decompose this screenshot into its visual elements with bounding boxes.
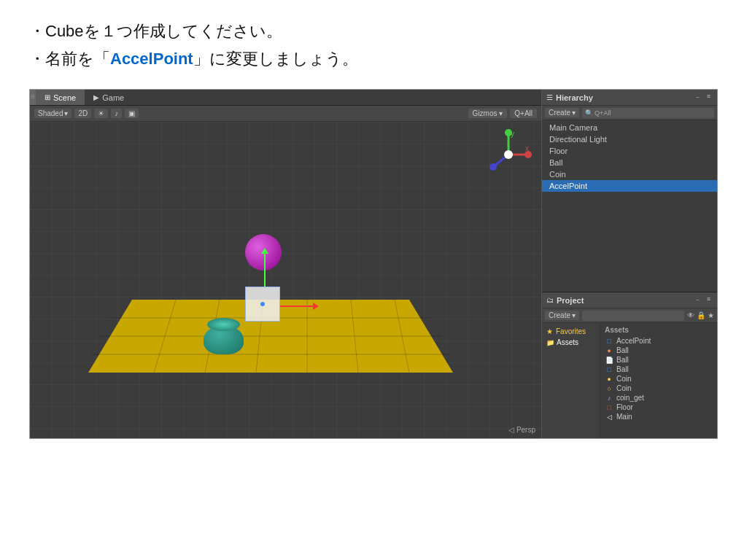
scene-toolbar: Shaded ▾ 2D ☀ ♪ ▣ Gizmos ▾ Q+All [30,106,541,122]
hierarchy-item-label: Floor [549,147,568,155]
assets-header: Assets [605,326,713,334]
hierarchy-item-coin[interactable]: Coin [542,168,717,180]
asset-main[interactable]: ◁ Main [605,412,713,421]
project-menu-button[interactable]: ≡ [705,295,713,306]
hierarchy-item-label: Ball [549,158,562,167]
game-tab-label: Game [102,93,124,102]
asset-coin-1[interactable]: ● Coin [605,374,713,384]
shaded-label: Shaded [38,109,63,117]
scene-panel: ⠿ ⊞ Scene ▶ Game Shaded ▾ 2D ☀ ♪ ▣ [30,90,542,438]
hierarchy-item-label: Main Camera [549,123,597,132]
audio-button[interactable]: ♪ [111,109,122,118]
scene-gizmo: y x [483,129,527,173]
coin-icon: ○ [605,385,614,392]
tab-scene[interactable]: ⊞ Scene [36,90,85,105]
hierarchy-create-label: Create [549,109,570,117]
svg-point-17 [489,163,497,171]
asset-name: Ball [616,346,629,354]
hierarchy-list: Main Camera Directional Light Floor Ball… [542,120,717,292]
project-panel: 🗂 Project － ≡ Create ▾ 👁 🔒 ★ [542,292,717,438]
hierarchy-title: Hierarchy [556,93,593,102]
white-cube [245,287,280,322]
asset-name: Main [616,413,632,421]
assets-folder-label: Assets [557,338,578,346]
hierarchy-create-button[interactable]: Create ▾ [545,108,579,117]
hierarchy-search-placeholder: Q+All [595,109,611,117]
asset-floor[interactable]: □ Floor [605,402,713,412]
asset-accelpoint[interactable]: □ AccelPoint [605,336,713,346]
asset-coin-2[interactable]: ○ Coin [605,384,713,393]
star-icon: ★ [546,327,553,335]
hierarchy-item-directional-light[interactable]: Directional Light [542,133,717,145]
project-icon: 🗂 [546,296,554,304]
hierarchy-item-ball[interactable]: Ball [542,157,717,168]
shaded-dropdown[interactable]: Shaded ▾ [34,109,71,118]
project-eye-icon[interactable]: 👁 [687,311,694,319]
project-sidebar-assets[interactable]: 📁 Assets [542,337,600,348]
project-star-icon[interactable]: ★ [708,311,714,319]
gizmos-button[interactable]: Gizmos ▾ [468,109,508,118]
yellow-platform-svg [88,256,453,402]
search-icon: 🔍 [585,109,593,117]
qall-button[interactable]: Q+All [510,109,537,118]
svg-text:y: y [511,130,514,138]
project-actions: － ≡ [692,295,713,306]
fx-button[interactable]: ▣ [125,109,139,118]
asset-name: Coin [616,375,632,383]
scene-icon: ◁ [605,413,614,421]
project-lock-icon[interactable]: 🔒 [697,311,705,319]
instruction-accent: AccelPoint [110,50,193,68]
asset-ball-3[interactable]: □ Ball [605,365,713,374]
hierarchy-menu-button[interactable]: ≡ [705,92,713,103]
hierarchy-item-main-camera[interactable]: Main Camera [542,122,717,133]
asset-ball-1[interactable]: ● Ball [605,346,713,355]
audio-icon: ♪ [605,394,614,402]
scene-tab-icon: ⊞ [44,93,50,101]
svg-text:x: x [525,144,529,152]
project-title: Project [557,296,584,305]
asset-name: AccelPoint [616,337,651,345]
blue-center-dot [260,302,265,306]
hierarchy-search[interactable]: 🔍 Q+All [582,108,714,118]
instruction-prefix: ・名前を「 [29,50,110,68]
instruction-suffix: 」に変更しましょう。 [193,50,358,68]
hierarchy-item-label: Directional Light [549,135,607,144]
hierarchy-icon: ☰ [546,93,553,101]
mode-label: 2D [78,109,88,117]
create-chevron-icon: ▾ [572,109,576,117]
coin-icon: ● [605,376,614,383]
floor-icon: □ [605,404,614,411]
instruction-line-2: ・名前を「AccelPoint」に変更しましょう。 [29,48,718,70]
project-header: 🗂 Project － ≡ [542,292,717,308]
cube-icon: □ [605,338,614,345]
project-create-button[interactable]: Create ▾ [545,311,579,320]
project-content: ★ Favorites 📁 Assets Assets □ AccelPoint [542,323,717,438]
green-arrow [261,248,268,287]
scene-viewport: y x Persp [30,122,541,438]
asset-name: Ball [616,365,629,373]
hierarchy-item-accelpoint[interactable]: AccelPoint [542,180,717,192]
asset-ball-2[interactable]: 📄 Ball [605,355,713,365]
hierarchy-minimize-button[interactable]: － [692,92,703,103]
asset-name: Ball [616,356,629,364]
lighting-button[interactable]: ☀ [94,109,108,118]
project-minimize-button[interactable]: － [692,295,703,306]
project-create-label: Create [549,311,570,319]
gizmos-label: Gizmos [473,109,498,117]
mode-2d-button[interactable]: 2D [74,109,91,118]
right-panels: ☰ Hierarchy － ≡ Create ▾ 🔍 Q+All [542,90,717,438]
chevron-down-icon: ▾ [64,109,68,117]
project-sidebar-favorites[interactable]: ★ Favorites [542,326,600,337]
project-icon-buttons: 👁 🔒 ★ [687,311,714,319]
project-search-input[interactable] [582,311,684,321]
cube-icon: □ [605,366,614,373]
unity-editor-window: ⠿ ⊞ Scene ▶ Game Shaded ▾ 2D ☀ ♪ ▣ [29,89,718,439]
asset-coin-get[interactable]: ♪ coin_get [605,393,713,402]
hierarchy-item-floor[interactable]: Floor [542,145,717,157]
sphere-icon: ● [605,347,614,354]
asset-name: Coin [616,384,632,392]
teal-cylinder [204,325,244,354]
instruction-line-1: ・Cubeを１つ作成してください。 [29,20,718,42]
tab-game[interactable]: ▶ Game [85,90,133,105]
white-cube-container [245,287,280,322]
